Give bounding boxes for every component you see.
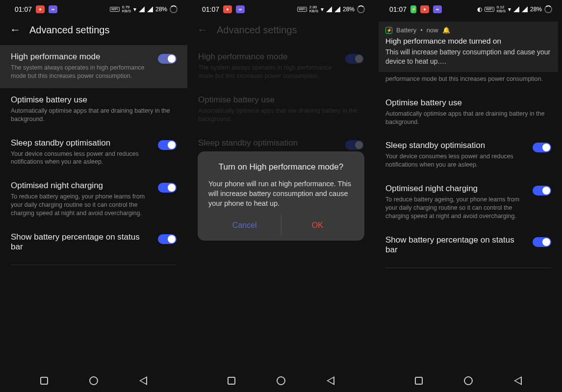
clock: 01:07 [15,5,32,13]
setting-subtitle: Your device consumes less power and redu… [385,152,527,169]
battery-pct: 28% [155,6,167,13]
setting-title: Sleep standby optimisation [385,141,527,150]
screen-3: 01:07 ⚡ ● ∞ ◐ WiFi 0.12KB/S ▾ 28% ⚡ Batt… [375,0,562,392]
wifi-band-icon: WiFi [485,7,494,12]
setting-title: Optimised night charging [11,181,152,191]
status-bar: 01:07 ● ∞ WiFi 0.79KB/S ▾ 28% [0,0,187,19]
notification[interactable]: ⚡ Battery • now 🔔 High performance mode … [379,22,558,72]
notif-title: High performance mode turned on [385,37,551,46]
nav-home-icon[interactable] [464,376,473,385]
setting-subtitle: The system always operates in high perfo… [11,64,152,80]
setting-title: Show battery percentage on status bar [385,235,527,255]
signal-icon-1 [139,6,145,12]
ok-button[interactable]: OK [281,215,354,236]
setting-show-battery-pct[interactable]: Show battery percentage on status bar [375,228,562,265]
dialog-overlay: Turn on High performance mode? Your phon… [187,0,375,392]
setting-title: Show battery percentage on status bar [11,232,152,252]
setting-night-charging[interactable]: Optimised night charging To reduce batte… [375,177,562,228]
link-icon: ∞ [49,5,57,13]
showpct-toggle[interactable] [158,234,177,244]
rec-icon: ● [36,5,45,13]
notif-time: now [427,26,438,34]
battery-pct: 28% [530,6,542,13]
rec-icon: ● [420,5,429,13]
screen-2: 01:07 ● ∞ WiFi 2.00KB/S ▾ 28% ← Advanced… [187,0,375,392]
dialog-body: Your phone will run at high performance.… [208,179,354,209]
clock: 01:07 [389,5,407,13]
setting-optimise-battery[interactable]: Optimise battery use Automatically optim… [0,88,187,131]
signal-icon-2 [522,6,528,12]
setting-night-charging[interactable]: Optimised night charging To reduce batte… [0,174,187,225]
signal-icon-2 [147,6,153,12]
nav-back-icon[interactable] [514,376,522,385]
sleep-toggle[interactable] [158,140,177,150]
nav-recent-icon[interactable] [40,377,48,385]
notif-body: This will increase battery consumption a… [385,48,551,66]
setting-show-battery-pct[interactable]: Show battery percentage on status bar [0,225,187,262]
screen-1: 01:07 ● ∞ WiFi 0.79KB/S ▾ 28% ← Advanced… [0,0,187,392]
speed-icon: ◐ [477,6,482,13]
header: ← Advanced settings [0,19,187,45]
bell-icon: 🔔 [442,26,450,34]
link-icon: ∞ [433,5,442,13]
setting-optimise-battery[interactable]: Optimise battery use Automatically optim… [375,91,562,134]
wifi-icon: ▾ [508,6,511,13]
cancel-button[interactable]: Cancel [208,215,281,236]
page-title: Advanced settings [29,24,109,36]
nav-recent-icon[interactable] [415,377,423,385]
setting-high-performance[interactable]: High performance mode The system always … [0,45,187,88]
setting-subtitle: Automatically optimise apps that are dra… [385,110,551,126]
setting-subtitle: To reduce battery ageing, your phone lea… [385,196,527,220]
dialog-title: Turn on High performance mode? [208,162,354,172]
wifi-icon: ▾ [133,6,136,13]
setting-title: Optimise battery use [11,95,177,105]
setting-high-performance-partial[interactable]: performance mode but this increases powe… [375,72,562,91]
setting-sleep-standby[interactable]: Sleep standby optimisation Your device c… [375,134,562,177]
loading-spinner-icon [170,5,178,13]
nav-home-icon[interactable] [89,376,98,385]
hpm-toggle[interactable] [158,54,177,64]
setting-subtitle: Automatically optimise apps that are dra… [11,107,177,123]
setting-subtitle: Your device consumes less power and redu… [11,150,152,167]
sleep-toggle[interactable] [533,143,551,152]
night-toggle[interactable] [533,186,551,196]
notif-sep: • [420,26,423,34]
net-speed: 0.79KB/S [122,5,131,13]
back-arrow-icon[interactable]: ← [10,24,21,36]
nav-bar [0,369,187,392]
battery-badge-icon: ⚡ [385,27,392,34]
setting-title: Optimise battery use [385,98,551,108]
divider [11,265,177,265]
nav-back-icon[interactable] [139,376,147,385]
setting-title: High performance mode [11,52,152,62]
setting-title: Sleep standby optimisation [11,138,152,148]
loading-spinner-icon [544,5,552,13]
status-bar: 01:07 ⚡ ● ∞ ◐ WiFi 0.12KB/S ▾ 28% [375,0,562,19]
wifi-band-icon: WiFi [110,7,120,12]
setting-sleep-standby[interactable]: Sleep standby optimisation Your device c… [0,131,187,174]
nav-bar [375,369,562,392]
divider [385,268,551,268]
notif-app: Battery [396,26,416,34]
night-toggle[interactable] [158,183,177,193]
setting-subtitle: performance mode but this increases powe… [385,75,551,83]
setting-title: Optimised night charging [385,184,527,194]
showpct-toggle[interactable] [533,237,551,247]
confirm-dialog: Turn on High performance mode? Your phon… [198,151,364,241]
signal-icon-1 [513,6,519,12]
setting-subtitle: To reduce battery ageing, your phone lea… [11,193,152,218]
battery-icon: ⚡ [410,5,416,13]
net-speed: 0.12KB/S [497,5,506,13]
